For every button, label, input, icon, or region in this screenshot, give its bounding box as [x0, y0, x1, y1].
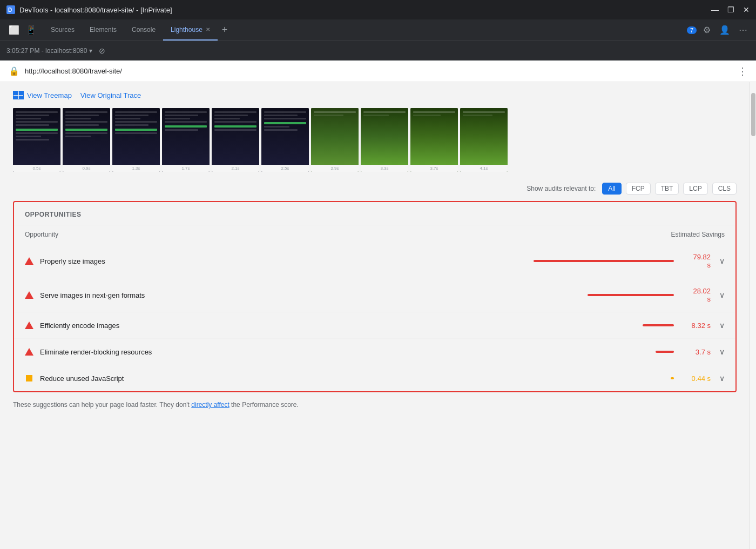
opportunity-label-1: Properly size images [40, 257, 527, 265]
filmstrip-frame-bright: 3.3s [361, 108, 408, 172]
opportunity-label-3: Efficiently encode images [40, 322, 553, 330]
filmstrip-frame: 1.7s [162, 108, 210, 172]
treemap-cell-3 [14, 96, 18, 99]
footer-note: These suggestions can help your page loa… [13, 401, 737, 409]
triangle-icon [25, 257, 33, 265]
chevron-down-icon-4[interactable]: ∨ [719, 347, 725, 356]
filter-tbt-button[interactable]: TBT [655, 183, 679, 195]
dropdown-icon[interactable]: ▾ [89, 47, 92, 55]
column-savings: Estimated Savings [671, 231, 725, 238]
opportunity-row-3: Efficiently encode images 8.32 s ∨ [14, 312, 735, 339]
opportunity-bar-3 [643, 324, 674, 326]
title-bar-left: D DevTools - localhost:8080/travel-site/… [6, 5, 172, 14]
devtools-tab-bar: ⬜ 📱 Sources Elements Console Lighthouse … [0, 19, 756, 41]
tab-lighthouse[interactable]: Lighthouse ✕ [163, 19, 218, 41]
opportunity-savings-1: 79.82s [678, 253, 711, 269]
warning-icon-2 [25, 291, 33, 299]
opportunity-bar-container-3: 8.32 s [559, 322, 711, 330]
scrollbar-thumb[interactable] [751, 93, 755, 136]
device-icon[interactable]: 📱 [24, 23, 39, 37]
svg-text:D: D [8, 7, 12, 13]
minimize-button[interactable]: — [711, 5, 719, 14]
opportunity-row-5: Reduce unused JavaScript 0.44 s ∨ [14, 365, 735, 391]
tab-add-button[interactable]: + [218, 19, 232, 41]
settings-icon[interactable]: ⚙ [701, 23, 713, 37]
chevron-down-icon-3[interactable]: ∨ [719, 321, 725, 330]
tab-console[interactable]: Console [124, 19, 163, 41]
filmstrip-frame-bright: 3.7s [410, 108, 458, 172]
filmstrip-frame: 2.5s [261, 108, 309, 172]
triangle-icon [25, 322, 33, 329]
timestamp: 3:05:27 PM - localhost:8080 ▾ [6, 47, 92, 55]
restore-button[interactable]: ❐ [727, 5, 734, 14]
opportunity-row-1: Properly size images 79.82s ∨ [14, 244, 735, 278]
filmstrip-frame-bright: 4.1s [460, 108, 508, 172]
chevron-down-icon-2[interactable]: ∨ [719, 291, 725, 299]
title-bar-controls: — ❐ ✕ [711, 5, 750, 14]
opportunity-bar-container-4: 3.7 s [559, 348, 711, 356]
opportunity-label-4: Eliminate render-blocking resources [40, 348, 553, 356]
treemap-cell-1 [14, 91, 18, 95]
opportunity-label-2: Serve images in next-gen formats [40, 291, 553, 299]
opportunity-row-2: Serve images in next-gen formats 28.02s … [14, 278, 735, 312]
url-bar-area: 3:05:27 PM - localhost:8080 ▾ ⊘ [0, 41, 756, 61]
devtools-bar-right: 7 ⚙ 👤 ⋯ [687, 19, 754, 41]
tab-sources[interactable]: Sources [43, 19, 82, 41]
profile-icon[interactable]: 👤 [717, 23, 732, 37]
opportunity-bar-4 [656, 351, 674, 353]
opportunities-box: OPPORTUNITIES Opportunity Estimated Savi… [13, 201, 737, 392]
opportunity-bar-container-2: 28.02s [559, 287, 711, 303]
filter-bar: Show audits relevant to: All FCP TBT LCP… [13, 183, 737, 195]
lighthouse-content: View Treemap View Original Trace 0.5s [0, 82, 750, 549]
filter-label: Show audits relevant to: [526, 185, 596, 192]
filmstrip-frame: 2.1s [212, 108, 259, 172]
warning-icon-4 [25, 347, 33, 356]
opportunity-bar-1 [534, 260, 674, 262]
square-icon [26, 375, 32, 381]
url-text: http://localhost:8080/travel-site/ [25, 67, 732, 75]
filmstrip: 0.5s 0.9s [13, 108, 737, 172]
view-treemap-button[interactable]: View Treemap [13, 91, 72, 99]
filter-lcp-button[interactable]: LCP [683, 183, 707, 195]
url-display-bar: 🔒 http://localhost:8080/travel-site/ ⋮ [0, 61, 756, 82]
opportunity-savings-2: 28.02s [678, 287, 711, 303]
filmstrip-screen [13, 108, 60, 165]
view-trace-button[interactable]: View Original Trace [80, 91, 141, 99]
triangle-icon [25, 348, 33, 356]
filter-all-button[interactable]: All [602, 183, 621, 195]
opportunity-savings-3: 8.32 s [678, 322, 711, 330]
cancel-icon[interactable]: ⊘ [99, 46, 105, 55]
opportunity-bar-2 [588, 294, 674, 296]
url-menu-button[interactable]: ⋮ [738, 65, 747, 77]
close-button[interactable]: ✕ [743, 5, 750, 14]
opportunity-savings-4: 3.7 s [678, 348, 711, 356]
column-opportunity: Opportunity [25, 231, 58, 238]
filter-fcp-button[interactable]: FCP [626, 183, 651, 195]
warning-icon-5 [25, 374, 33, 383]
opportunity-bar-5 [671, 377, 674, 379]
chevron-down-icon-1[interactable]: ∨ [719, 257, 725, 265]
warning-icon-1 [25, 257, 33, 265]
chevron-down-icon-5[interactable]: ∨ [719, 374, 725, 383]
title-text: DevTools - localhost:8080/travel-site/ -… [19, 6, 172, 14]
security-icon: 🔒 [9, 66, 19, 76]
devtools-icon-group: ⬜ 📱 [2, 19, 43, 41]
more-options-icon[interactable]: ⋯ [737, 23, 750, 37]
tab-close-icon[interactable]: ✕ [206, 26, 210, 32]
scrollbar-track[interactable] [750, 82, 756, 549]
opportunities-header: OPPORTUNITIES [14, 202, 735, 225]
directly-affect-link[interactable]: directly affect [191, 401, 229, 409]
tab-elements[interactable]: Elements [82, 19, 124, 41]
opportunity-bar-container-5: 0.44 s [559, 374, 711, 383]
devtools-favicon-icon: D [6, 5, 15, 14]
treemap-cell-2 [19, 91, 24, 95]
opportunity-row-4: Eliminate render-blocking resources 3.7 … [14, 339, 735, 365]
title-bar: D DevTools - localhost:8080/travel-site/… [0, 0, 756, 19]
opportunity-bar-container-1: 79.82s [534, 253, 711, 269]
triangle-icon [25, 291, 33, 299]
notification-badge: 7 [687, 26, 697, 34]
filter-cls-button[interactable]: CLS [712, 183, 737, 195]
filmstrip-frame: 0.9s [63, 108, 110, 172]
view-buttons: View Treemap View Original Trace [13, 91, 737, 99]
inspect-icon[interactable]: ⬜ [6, 23, 22, 37]
